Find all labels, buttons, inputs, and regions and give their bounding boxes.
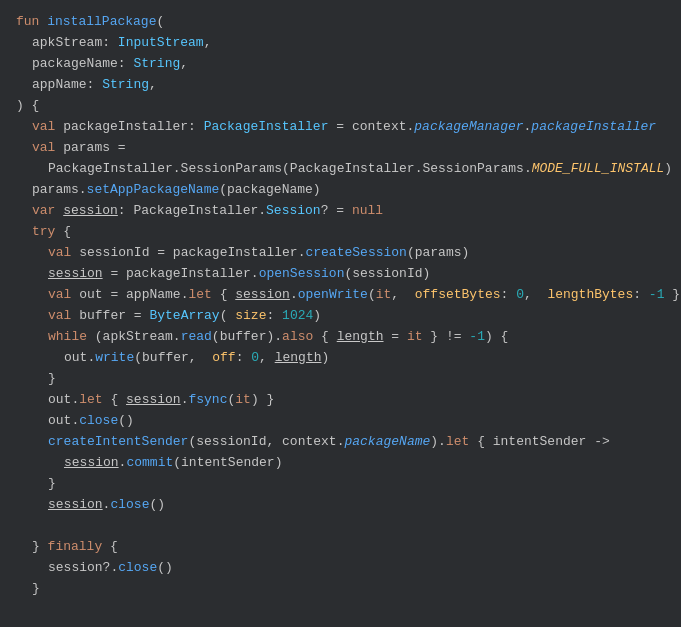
token-brace: } — [48, 474, 56, 495]
token-kw: null — [352, 201, 383, 222]
token-num: 1024 — [282, 306, 313, 327]
token-plain: . — [181, 390, 189, 411]
token-fn: openSession — [259, 264, 345, 285]
token-plain: out. — [64, 348, 95, 369]
code-line: val buffer = ByteArray( size: 1024) — [0, 306, 681, 327]
token-plain: ( — [368, 285, 376, 306]
token-plain: (buffer). — [212, 327, 282, 348]
token-fn: installPackage — [47, 12, 156, 33]
token-fn: close — [79, 411, 118, 432]
token-plain: (apkStream. — [95, 327, 181, 348]
code-line: val out = appName.let { session.openWrit… — [0, 285, 681, 306]
token-label: offsetBytes — [415, 285, 501, 306]
token-underline: session — [126, 390, 181, 411]
token-brace: } — [48, 369, 56, 390]
code-line: session?.close() — [0, 558, 681, 579]
token-plain: session?. — [48, 558, 118, 579]
token-plain: = packageInstaller. — [103, 264, 259, 285]
token-type: String — [133, 54, 180, 75]
code-line — [0, 516, 681, 537]
code-line: val sessionId = packageInstaller.createS… — [0, 243, 681, 264]
token-label: size — [235, 306, 266, 327]
token-plain: , — [149, 75, 157, 96]
token-kw: it — [376, 285, 392, 306]
token-kw: let — [79, 390, 110, 411]
token-underline: session — [48, 264, 103, 285]
token-plain: ( — [220, 306, 236, 327]
code-line: params.setAppPackageName(packageName) — [0, 180, 681, 201]
token-label: off — [212, 348, 235, 369]
token-fn: setAppPackageName — [87, 180, 220, 201]
code-line: session = packageInstaller.openSession(s… — [0, 264, 681, 285]
token-plain: params = — [63, 138, 125, 159]
token-kw: var — [32, 201, 63, 222]
token-num: -1 — [649, 285, 665, 306]
token-plain: ? = — [321, 201, 352, 222]
token-kw: while — [48, 327, 95, 348]
token-kw: also — [282, 327, 321, 348]
token-kw: it — [407, 327, 430, 348]
token-kw: fun — [16, 12, 47, 33]
token-param: apkStream — [32, 33, 102, 54]
token-plain: != — [446, 327, 469, 348]
token-plain: ( — [156, 12, 164, 33]
token-plain: : PackageInstaller. — [118, 201, 266, 222]
token-plain: (params) — [407, 243, 469, 264]
code-line: val params = — [0, 138, 681, 159]
code-line: fun installPackage( — [0, 12, 681, 33]
token-type: InputStream — [118, 33, 204, 54]
token-underline: length — [337, 327, 384, 348]
token-brace: } — [430, 327, 446, 348]
code-line: packageName: String, — [0, 54, 681, 75]
token-plain: ( — [227, 390, 235, 411]
code-line: ) { — [0, 96, 681, 117]
token-kw: val — [48, 243, 79, 264]
token-plain: . — [119, 453, 127, 474]
token-type: ByteArray — [149, 306, 219, 327]
token-plain: ) — [322, 348, 330, 369]
token-plain: : — [87, 75, 103, 96]
code-editor: fun installPackage(apkStream: InputStrea… — [0, 0, 681, 627]
code-line: try { — [0, 222, 681, 243]
token-plain: : — [633, 285, 649, 306]
token-plain: } — [664, 285, 680, 306]
token-plain: : — [266, 306, 282, 327]
token-underline: length — [275, 348, 322, 369]
token-plain: params. — [32, 180, 87, 201]
token-plain: . — [103, 495, 111, 516]
code-line: PackageInstaller.SessionParams(PackageIn… — [0, 159, 681, 180]
token-fn: commit — [126, 453, 173, 474]
token-num: -1 — [469, 327, 485, 348]
token-italic-blue: packageInstaller — [531, 117, 656, 138]
token-italic-blue: packageName — [344, 432, 430, 453]
token-fn: close — [110, 495, 149, 516]
code-line: var session: PackageInstaller.Session? =… — [0, 201, 681, 222]
token-plain: ) — [313, 306, 321, 327]
code-line: val packageInstaller: PackageInstaller =… — [0, 117, 681, 138]
code-line: out.write(buffer, off: 0, length) — [0, 348, 681, 369]
token-fn: fsync — [188, 390, 227, 411]
token-plain: PackageInstaller.SessionParams(PackageIn… — [48, 159, 532, 180]
token-kw: finally — [48, 537, 110, 558]
code-line: } — [0, 474, 681, 495]
token-plain: ) { — [16, 96, 39, 117]
token-kw: val — [32, 138, 63, 159]
token-plain: : — [188, 117, 204, 138]
token-plain: : — [118, 54, 134, 75]
code-line: createIntentSender(sessionId, context.pa… — [0, 432, 681, 453]
token-plain: ) { — [485, 327, 508, 348]
token-num: 0 — [251, 348, 259, 369]
token-fn: openWrite — [298, 285, 368, 306]
token-brace: { — [110, 537, 118, 558]
token-brace: } — [32, 537, 48, 558]
token-italic-orange: MODE_FULL_INSTALL — [532, 159, 665, 180]
token-type: String — [102, 75, 149, 96]
token-kw: val — [48, 285, 79, 306]
code-line: } — [0, 369, 681, 390]
token-plain: intentSender -> — [493, 432, 610, 453]
token-label: lengthBytes — [547, 285, 633, 306]
token-plain: () — [157, 558, 173, 579]
token-plain: = context. — [328, 117, 414, 138]
token-fn: write — [95, 348, 134, 369]
token-brace: { — [477, 432, 493, 453]
